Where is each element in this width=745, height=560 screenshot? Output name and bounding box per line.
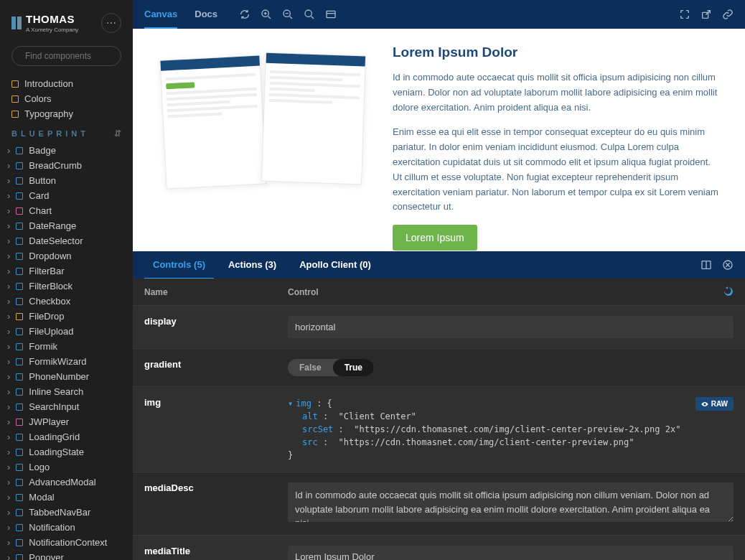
chevron-right-icon: › (7, 235, 10, 246)
chevron-right-icon: › (7, 190, 10, 201)
control-label: img (144, 397, 288, 408)
nav-item-modal[interactable]: ›Modal (0, 490, 133, 505)
link-icon[interactable] (722, 9, 734, 20)
chevron-right-icon: › (7, 401, 10, 412)
nav-item-dropdown[interactable]: ›Dropdown (0, 248, 133, 263)
toggle-true[interactable]: True (333, 359, 374, 376)
json-collapse-icon[interactable]: ▾ (288, 398, 293, 409)
nav-item-notification[interactable]: ›Notification (0, 520, 133, 535)
component-icon (16, 388, 23, 396)
nav-item-card[interactable]: ›Card (0, 188, 133, 203)
chevron-updown-icon[interactable]: ⇵ (114, 129, 121, 139)
component-icon (16, 358, 23, 365)
nav-item-logo[interactable]: ›Logo (0, 459, 133, 475)
chevron-right-icon: › (7, 522, 10, 533)
nav-item-dateselector[interactable]: ›DateSelector (0, 233, 133, 248)
nav-docs-group: IntroductionColorsTypography (0, 76, 133, 121)
chevron-right-icon: › (7, 266, 10, 276)
nav-item-checkbox[interactable]: ›Checkbox (0, 294, 133, 309)
nav-item-popover[interactable]: ›Popover (0, 550, 133, 560)
panel-tab-controls[interactable]: Controls (5) (144, 251, 214, 279)
brand-menu-button[interactable]: ⋯ (101, 13, 121, 33)
nav-item-button[interactable]: ›Button (0, 173, 133, 188)
search-box[interactable]: / (11, 46, 121, 66)
zoom-out-icon[interactable] (282, 9, 294, 20)
nav-item-filterblock[interactable]: ›FilterBlock (0, 279, 133, 294)
nav-item-colors[interactable]: Colors (0, 91, 133, 106)
nav-item-searchinput[interactable]: ›SearchInput (0, 399, 133, 414)
refresh-icon[interactable] (239, 9, 250, 20)
nav-item-phonenumber[interactable]: ›PhoneNumber (0, 369, 133, 384)
panel-tab-actions[interactable]: Actions (3) (220, 251, 285, 279)
zoom-in-icon[interactable] (261, 9, 272, 20)
nav-item-chart[interactable]: ›Chart (0, 203, 133, 218)
nav-item-jwplayer[interactable]: ›JWPlayer (0, 414, 133, 429)
controls-table-header: Name Control (133, 279, 745, 306)
component-icon (16, 207, 23, 215)
control-json-img[interactable]: RAW ▾img : { alt : "Client Center" srcSe… (288, 397, 734, 462)
viewport-icon[interactable] (325, 9, 337, 20)
nav-item-formikwizard[interactable]: ›FormikWizard (0, 354, 133, 369)
control-label: mediaDesc (144, 482, 288, 493)
nav-item-daterange[interactable]: ›DateRange (0, 218, 133, 233)
control-input-display[interactable] (288, 316, 734, 338)
control-row-display: display (133, 306, 745, 349)
toggle-false[interactable]: False (288, 359, 333, 376)
component-icon (16, 253, 23, 260)
reset-controls-button[interactable] (722, 286, 734, 298)
component-icon (16, 223, 23, 230)
open-external-icon[interactable] (701, 9, 712, 20)
nav-item-badge[interactable]: ›Badge (0, 143, 133, 158)
nav-item-filterbar[interactable]: ›FilterBar (0, 263, 133, 279)
nav-item-tabbednavbar[interactable]: ›TabbedNavBar (0, 505, 133, 520)
chevron-right-icon: › (7, 296, 10, 307)
nav-item-typography[interactable]: Typography (0, 106, 133, 121)
chevron-right-icon: › (7, 477, 10, 487)
nav-item-loadingstate[interactable]: ›LoadingState (0, 444, 133, 459)
hero-cta-button[interactable]: Lorem Ipsum (393, 225, 477, 251)
nav-item-notificationcontext[interactable]: ›NotificationContext (0, 535, 133, 550)
chevron-right-icon: › (7, 356, 10, 367)
nav-section-blueprint[interactable]: BLUEPRINT ⇵ (0, 121, 133, 143)
nav-item-formik[interactable]: ›Formik (0, 339, 133, 354)
nav-item-inline search[interactable]: ›Inline Search (0, 384, 133, 399)
component-icon (16, 524, 23, 531)
tab-canvas[interactable]: Canvas (144, 1, 177, 29)
component-icon (16, 464, 23, 471)
component-icon (16, 449, 23, 456)
nav-item-fileupload[interactable]: ›FileUpload (0, 324, 133, 339)
brand-logo: THOMAS A Xometry Company (11, 13, 78, 33)
nav-item-advancedmodal[interactable]: ›AdvancedModal (0, 475, 133, 490)
doc-icon (11, 80, 19, 88)
search-input[interactable] (25, 51, 133, 61)
main: Canvas Docs Lorem Ipsum Dolor Id in comm… (133, 0, 745, 560)
control-toggle-gradient[interactable]: False True (288, 359, 374, 376)
control-input-mediadesc[interactable]: Id in commodo aute occaecat quis mollit … (288, 482, 734, 522)
panel-tab-apollo[interactable]: Apollo Client (0) (291, 251, 380, 279)
control-input-mediatitle[interactable] (288, 546, 734, 560)
panel-orientation-icon[interactable] (701, 259, 712, 271)
chevron-right-icon: › (7, 386, 10, 397)
panel-close-icon[interactable] (722, 259, 734, 271)
hero-title: Lorem Ipsum Dolor (393, 45, 722, 60)
nav-item-loadinggrid[interactable]: ›LoadingGrid (0, 429, 133, 444)
doc-icon (11, 111, 19, 118)
nav-item-introduction[interactable]: Introduction (0, 76, 133, 91)
component-icon (16, 373, 23, 381)
canvas-area: Lorem Ipsum Dolor Id in commodo aute occ… (133, 29, 745, 251)
component-icon (16, 434, 23, 441)
zoom-reset-icon[interactable] (304, 9, 315, 20)
raw-toggle-button[interactable]: RAW (695, 397, 734, 411)
logo-mark-icon (11, 17, 22, 29)
tab-docs[interactable]: Docs (195, 1, 217, 29)
nav-item-filedrop[interactable]: ›FileDrop (0, 309, 133, 324)
fullscreen-icon[interactable] (679, 9, 690, 20)
component-icon (16, 554, 23, 561)
chevron-right-icon: › (7, 341, 10, 352)
control-row-img: img RAW ▾img : { alt : "Client Center" s… (133, 387, 745, 472)
chevron-right-icon: › (7, 205, 10, 216)
nav-item-breadcrumb[interactable]: ›BreadCrumb (0, 158, 133, 173)
chevron-right-icon: › (7, 431, 10, 442)
chevron-right-icon: › (7, 311, 10, 322)
component-icon (16, 343, 23, 350)
